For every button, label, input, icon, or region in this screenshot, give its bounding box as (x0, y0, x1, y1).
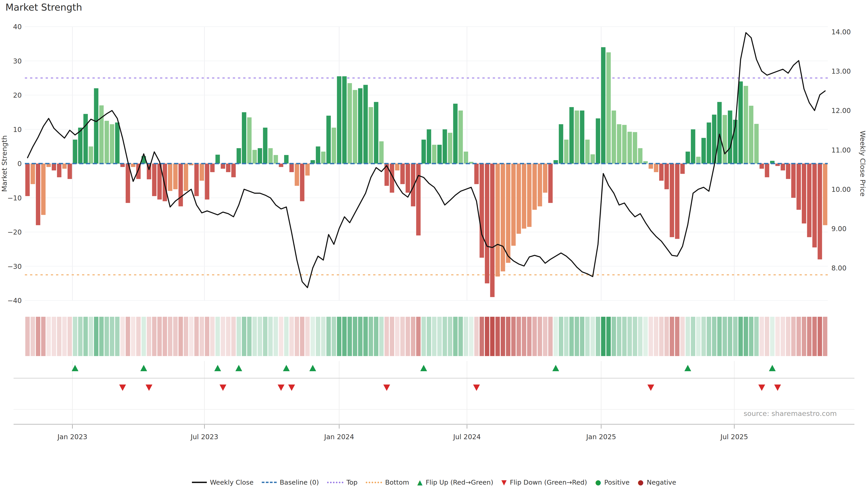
strength-bar (437, 145, 442, 164)
heatmap-cell (442, 317, 447, 356)
heatmap-cell (823, 317, 828, 356)
heatmap-cell (770, 317, 775, 356)
heatmap-cell (506, 317, 510, 356)
heatmap-cell (89, 317, 93, 356)
heatmap-cell (168, 317, 173, 356)
strength-bar (110, 124, 114, 164)
strength-bar (823, 164, 828, 225)
strength-bar (358, 88, 363, 164)
heatmap-cell (765, 317, 769, 356)
strength-bar (289, 164, 294, 172)
heatmap-cell (289, 317, 294, 356)
strength-bar (353, 90, 358, 164)
strength-bar (596, 119, 600, 164)
flip-up-marker (283, 365, 290, 371)
heatmap-cell (717, 317, 722, 356)
heatmap-cell (675, 317, 680, 356)
strength-bar (252, 150, 257, 164)
heatmap-cell (295, 317, 299, 356)
heatmap-cell (612, 317, 616, 356)
right-tick-label: 12.00 (831, 107, 851, 115)
strength-bar (300, 164, 305, 201)
strength-bar (179, 164, 183, 206)
flip-up-marker (420, 365, 427, 371)
heatmap-cell (654, 317, 658, 356)
heatmap-cell (643, 317, 648, 356)
legend-circle-icon: ● (638, 479, 644, 486)
strength-bar (327, 116, 331, 164)
strength-bar (199, 164, 204, 181)
right-tick-label: 9.00 (831, 225, 846, 233)
heatmap-cell (812, 317, 817, 356)
strength-bar (532, 164, 537, 210)
strength-bar (601, 47, 606, 164)
heatmap-cell (36, 317, 40, 356)
strength-bar (68, 164, 72, 179)
heatmap-cell (136, 317, 141, 356)
heatmap-cell (580, 317, 585, 356)
strength-bar (485, 164, 489, 283)
strength-bar (464, 152, 468, 164)
heatmap-cell (84, 317, 88, 356)
legend-dot-swatch (327, 482, 343, 483)
heatmap-cell (781, 317, 785, 356)
flip-down-marker (473, 385, 480, 391)
strength-bar (184, 164, 188, 191)
strength-bar (633, 132, 637, 164)
heatmap-cell (311, 317, 315, 356)
strength-bar (432, 145, 436, 164)
flip-down-marker (774, 385, 781, 391)
x-tick-label: Jan 2023 (57, 433, 87, 441)
strength-bar (580, 110, 585, 164)
heatmap-cell (353, 317, 358, 356)
heatmap-cell (532, 317, 537, 356)
strength-bar (258, 148, 262, 164)
strength-bar (717, 102, 722, 164)
heatmap-cell (749, 317, 753, 356)
strength-bar (342, 76, 347, 164)
heatmap-cell (99, 317, 104, 356)
x-tick-label: Jul 2023 (190, 433, 218, 441)
strength-bar (347, 83, 352, 164)
heatmap-cell (279, 317, 283, 356)
strength-bar (680, 164, 685, 174)
right-tick-label: 11.00 (831, 146, 851, 154)
strength-bar (791, 164, 796, 198)
strength-bar (474, 164, 479, 184)
strength-bar (781, 164, 785, 170)
strength-bar (221, 164, 225, 169)
heatmap-cell (691, 317, 695, 356)
legend-item-positive: ●Positive (595, 479, 629, 486)
strength-bar (501, 164, 505, 271)
heatmap-cell (775, 317, 780, 356)
strength-bar (654, 164, 658, 172)
heatmap-cell (590, 317, 595, 356)
strength-bar (78, 128, 83, 164)
legend-item-bottom: Bottom (366, 479, 409, 486)
strength-bar (538, 164, 542, 206)
right-tick-label: 13.00 (831, 67, 851, 75)
heatmap-cell (162, 317, 167, 356)
heatmap-cell (522, 317, 526, 356)
heatmap-cell (395, 317, 400, 356)
strength-bar (664, 164, 669, 189)
strength-bar (490, 164, 495, 297)
heatmap-cell (400, 317, 405, 356)
strength-bar (754, 124, 759, 164)
strength-bar (817, 164, 822, 259)
heatmap-cell (199, 317, 204, 356)
strength-bar (305, 164, 310, 175)
heatmap-cell (696, 317, 701, 356)
strength-bar (638, 148, 643, 164)
strength-bar (162, 164, 167, 201)
heatmap-cell (78, 317, 83, 356)
strength-bar (84, 114, 88, 164)
strength-bar (369, 107, 373, 164)
heatmap-cell (427, 317, 431, 356)
heatmap-cell (31, 317, 35, 356)
strength-bar (427, 129, 431, 164)
heatmap-cell (284, 317, 289, 356)
heatmap-cell (189, 317, 193, 356)
bars-layer (25, 47, 827, 297)
heatmap-cell (744, 317, 748, 356)
